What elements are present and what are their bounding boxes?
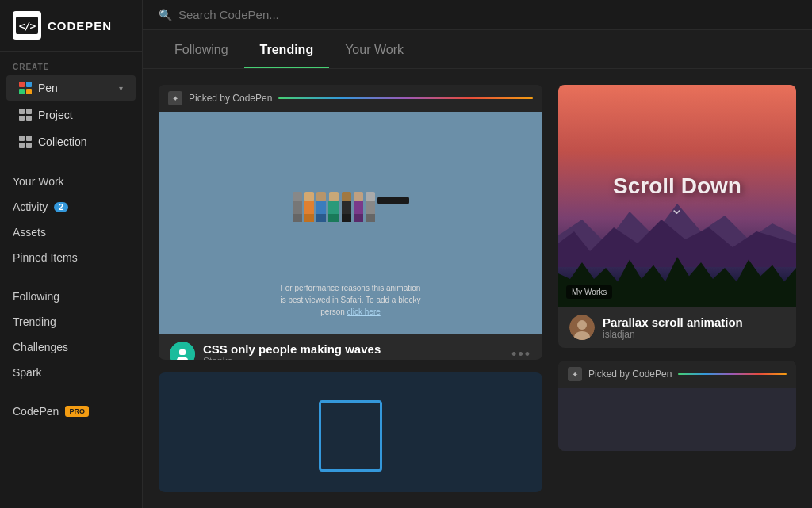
- search-icon: 🔍: [159, 9, 172, 21]
- divider-3: [0, 392, 142, 392]
- topbar: 🔍: [143, 0, 812, 30]
- my-works-badge: My Works: [566, 285, 612, 299]
- blue-rect-preview: [319, 400, 382, 472]
- avatar-isladjan: [569, 315, 595, 340]
- card-author-parallax: isladjan: [603, 329, 785, 340]
- codepen-nav-label: CodePen: [13, 405, 59, 418]
- pinned-items-label: Pinned Items: [13, 251, 78, 264]
- scroll-down-chevron: ⌄: [613, 199, 741, 218]
- card-title-area-waves: CSS only people making waves Stanko: [203, 342, 504, 360]
- spark-label: Spark: [13, 366, 42, 379]
- project-label: Project: [38, 109, 73, 121]
- collection-label: Collection: [38, 136, 86, 148]
- picked-label-1: Picked by CodePen: [189, 93, 272, 104]
- sidebar-item-activity[interactable]: Activity 2: [0, 194, 142, 220]
- challenges-label: Challenges: [13, 341, 68, 353]
- card-more-button-waves[interactable]: •••: [511, 346, 531, 360]
- tab-trending[interactable]: Trending: [244, 30, 330, 68]
- pen-label: Pen: [38, 82, 58, 94]
- divider-2: [0, 277, 142, 277]
- card-author-waves: Stanko: [203, 356, 504, 360]
- trending-label: Trending: [13, 315, 56, 328]
- divider-1: [0, 162, 142, 162]
- sidebar-item-challenges[interactable]: Challenges: [0, 334, 142, 360]
- card-title-waves: CSS only people making waves: [203, 342, 504, 356]
- activity-badge: 2: [54, 202, 68, 212]
- card-preview-parallax[interactable]: Scroll Down ⌄ My Works: [558, 85, 796, 307]
- picked-label-2: Picked by CodePen: [588, 369, 672, 380]
- card-preview-waves[interactable]: For performance reasons this animation i…: [159, 112, 542, 334]
- picked-header-2: ✦ Picked by CodePen: [558, 361, 796, 388]
- card-preview-second[interactable]: [159, 372, 542, 492]
- sidebar-item-following[interactable]: Following: [0, 284, 142, 309]
- card-info-waves: CSS only people making waves Stanko •••: [159, 334, 542, 360]
- sidebar-item-trending[interactable]: Trending: [0, 309, 142, 334]
- rainbow-bar-1: [278, 97, 533, 99]
- tab-your-work[interactable]: Your Work: [329, 30, 419, 68]
- right-column: Scroll Down ⌄ My Works Parallax: [558, 85, 796, 492]
- parallax-text-area: Scroll Down ⌄: [613, 174, 741, 218]
- logo-area: </> CODEPEN: [0, 0, 142, 52]
- card-preview-right-second[interactable]: [558, 388, 796, 451]
- left-column: ✦ Picked by CodePen: [159, 85, 542, 492]
- project-create-item[interactable]: Project: [6, 102, 136, 128]
- content-area: ✦ Picked by CodePen: [143, 69, 812, 508]
- sidebar: </> CODEPEN CREATE Pen ▾ Project Collect…: [0, 0, 143, 508]
- codepen-picked-icon-2: ✦: [568, 367, 582, 381]
- project-icon: [19, 109, 32, 121]
- sidebar-item-codepen[interactable]: CodePen PRO: [0, 399, 142, 424]
- svg-rect-3: [179, 349, 186, 355]
- pro-badge: PRO: [65, 406, 89, 417]
- rainbow-bar-2: [678, 373, 787, 375]
- sidebar-item-your-work[interactable]: Your Work: [0, 169, 142, 194]
- logo-icon: </>: [13, 11, 41, 40]
- preview-caption: For performance reasons this animation i…: [280, 282, 420, 318]
- pen-icon: [19, 82, 32, 94]
- card-title-parallax: Parallax scroll animation: [603, 315, 785, 329]
- logo-text: CODEPEN: [48, 19, 112, 32]
- main-content: 🔍 Following Trending Your Work ✦ Picked …: [143, 0, 812, 508]
- chevron-down-icon: ▾: [119, 84, 123, 93]
- scroll-down-text: Scroll Down: [613, 174, 741, 199]
- click-here-link[interactable]: click here: [347, 307, 381, 316]
- sidebar-item-spark[interactable]: Spark: [0, 360, 142, 385]
- search-input[interactable]: [178, 8, 796, 21]
- card-title-area-parallax: Parallax scroll animation isladjan: [603, 315, 785, 340]
- tab-following[interactable]: Following: [159, 30, 244, 68]
- your-work-label: Your Work: [13, 175, 64, 188]
- pen-create-item[interactable]: Pen ▾: [6, 75, 136, 101]
- collection-icon: [19, 136, 32, 148]
- activity-label: Activity: [13, 201, 48, 213]
- collection-create-item[interactable]: Collection: [6, 129, 136, 155]
- picked-header-1: ✦ Picked by CodePen: [159, 85, 542, 112]
- codepen-picked-icon: ✦: [168, 91, 182, 105]
- create-section-label: CREATE: [0, 56, 142, 74]
- card-css-waves: ✦ Picked by CodePen: [159, 85, 542, 360]
- sidebar-item-assets[interactable]: Assets: [0, 220, 142, 245]
- svg-point-8: [577, 320, 587, 330]
- sidebar-item-pinned-items[interactable]: Pinned Items: [0, 245, 142, 270]
- card-second: [159, 372, 542, 492]
- tabs-bar: Following Trending Your Work: [143, 30, 812, 69]
- card-right-second: ✦ Picked by CodePen: [558, 361, 796, 451]
- svg-text:</>: </>: [19, 20, 36, 32]
- card-parallax: Scroll Down ⌄ My Works Parallax: [558, 85, 796, 348]
- assets-label: Assets: [13, 226, 46, 239]
- following-label: Following: [13, 290, 59, 303]
- card-info-parallax: Parallax scroll animation isladjan: [558, 307, 796, 348]
- avatar-stanko: [170, 342, 195, 360]
